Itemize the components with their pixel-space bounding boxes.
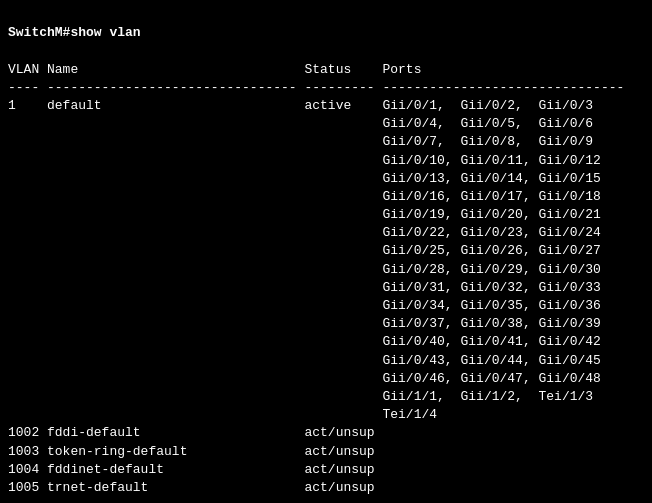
terminal-line-21: Tei/1/4 — [8, 406, 644, 424]
terminal-line-10: Gii/0/19, Gii/0/20, Gii/0/21 — [8, 206, 644, 224]
terminal-line-2: VLAN Name Status Ports — [8, 61, 644, 79]
terminal-line-26 — [8, 497, 644, 503]
terminal-line-15: Gii/0/34, Gii/0/35, Gii/0/36 — [8, 297, 644, 315]
terminal-line-22: 1002 fddi-default act/unsup — [8, 424, 644, 442]
terminal-line-16: Gii/0/37, Gii/0/38, Gii/0/39 — [8, 315, 644, 333]
terminal-line-24: 1004 fddinet-default act/unsup — [8, 461, 644, 479]
terminal-line-3: ---- -------------------------------- --… — [8, 79, 644, 97]
terminal-line-11: Gii/0/22, Gii/0/23, Gii/0/24 — [8, 224, 644, 242]
terminal-line-13: Gii/0/28, Gii/0/29, Gii/0/30 — [8, 261, 644, 279]
terminal-line-9: Gii/0/16, Gii/0/17, Gii/0/18 — [8, 188, 644, 206]
terminal-line-17: Gii/0/40, Gii/0/41, Gii/0/42 — [8, 333, 644, 351]
terminal-line-19: Gii/0/46, Gii/0/47, Gii/0/48 — [8, 370, 644, 388]
terminal-line-20: Gii/1/1, Gii/1/2, Tei/1/3 — [8, 388, 644, 406]
terminal-line-18: Gii/0/43, Gii/0/44, Gii/0/45 — [8, 352, 644, 370]
terminal-line-23: 1003 token-ring-default act/unsup — [8, 443, 644, 461]
terminal-window: SwitchM#show vlan VLAN Name Status Ports… — [8, 6, 644, 503]
terminal-line-7: Gii/0/10, Gii/0/11, Gii/0/12 — [8, 152, 644, 170]
terminal-line-8: Gii/0/13, Gii/0/14, Gii/0/15 — [8, 170, 644, 188]
terminal-line-12: Gii/0/25, Gii/0/26, Gii/0/27 — [8, 242, 644, 260]
terminal-line-1 — [8, 42, 644, 60]
terminal-line-14: Gii/0/31, Gii/0/32, Gii/0/33 — [8, 279, 644, 297]
terminal-line-6: Gii/0/7, Gii/0/8, Gii/0/9 — [8, 133, 644, 151]
terminal-line-5: Gii/0/4, Gii/0/5, Gii/0/6 — [8, 115, 644, 133]
terminal-line-4: 1 default active Gii/0/1, Gii/0/2, Gii/0… — [8, 97, 644, 115]
terminal-line-0: SwitchM#show vlan — [8, 24, 644, 42]
terminal-line-25: 1005 trnet-default act/unsup — [8, 479, 644, 497]
